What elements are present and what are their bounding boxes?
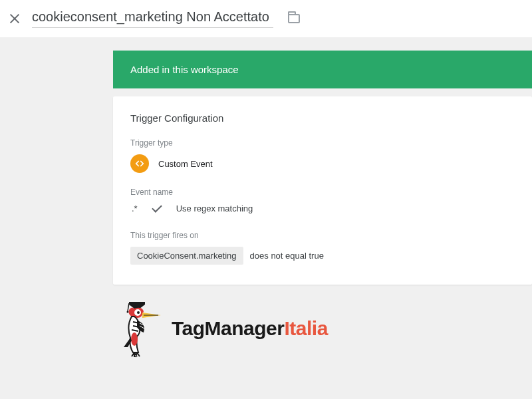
trigger-type-row[interactable]: Custom Event <box>130 154 515 173</box>
svg-point-7 <box>137 311 140 314</box>
svg-line-2 <box>128 303 129 311</box>
svg-rect-0 <box>129 302 145 305</box>
header-bar: cookieconsent_marketing Non Accettato <box>0 0 532 37</box>
event-name-value: .* <box>132 203 138 213</box>
fires-on-label: This trigger fires on <box>130 231 515 240</box>
workspace-banner: Added in this workspace <box>113 51 532 88</box>
folder-icon[interactable] <box>288 14 300 23</box>
event-name-label: Event name <box>130 188 515 197</box>
trigger-config-card: Trigger Configuration Trigger type Custo… <box>113 96 532 285</box>
svg-point-3 <box>127 311 129 313</box>
logo-text-part1: TagManager <box>172 317 284 339</box>
main-content: Added in this workspace Trigger Configur… <box>0 51 532 358</box>
logo-text: TagManagerItalia <box>172 317 328 340</box>
checkmark-icon <box>152 202 162 213</box>
fires-variable-chip[interactable]: CookieConsent.marketing <box>130 247 243 265</box>
custom-event-icon <box>130 154 149 173</box>
logo-text-part2: Italia <box>284 317 327 339</box>
event-name-row: .* Use regex matching <box>130 203 515 213</box>
svg-point-8 <box>131 332 138 346</box>
trigger-type-value: Custom Event <box>158 159 213 169</box>
logo: TagManagerItalia <box>113 299 532 358</box>
banner-text: Added in this workspace <box>130 64 239 75</box>
trigger-type-label: Trigger type <box>130 138 515 148</box>
close-icon[interactable] <box>9 13 20 24</box>
fires-on-row: CookieConsent.marketing does not equal t… <box>130 247 515 265</box>
page-title[interactable]: cookieconsent_marketing Non Accettato <box>32 9 273 28</box>
card-title: Trigger Configuration <box>130 112 515 124</box>
woodpecker-icon <box>120 299 168 358</box>
regex-matching-label: Use regex matching <box>176 203 253 213</box>
fires-condition-text: does not equal true <box>250 251 324 261</box>
